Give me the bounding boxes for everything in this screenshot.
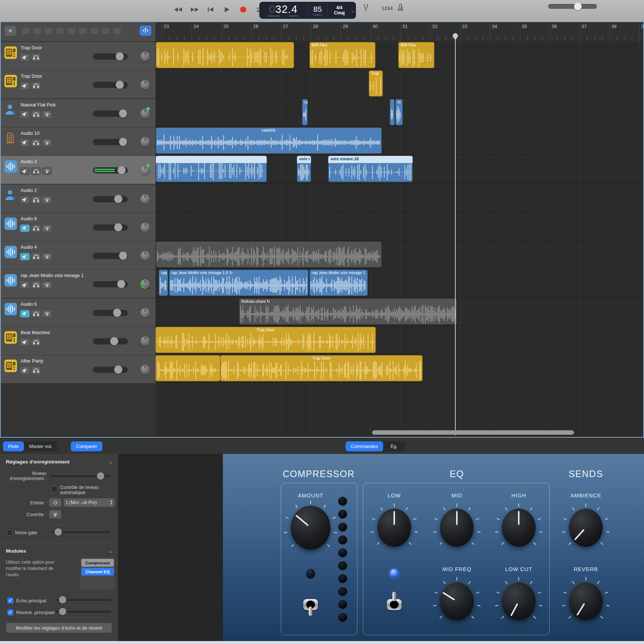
track-header[interactable]: Audio 3 (1, 156, 155, 184)
solo-button[interactable] (31, 310, 41, 318)
volume-handle[interactable] (118, 166, 126, 174)
module-compressor[interactable]: Compressor (81, 559, 114, 567)
track-volume-slider[interactable] (93, 253, 128, 259)
audio-region[interactable] (156, 241, 382, 267)
eq-power-toggle[interactable] (384, 592, 405, 616)
chevron-down-icon[interactable]: ⌄ (109, 548, 113, 554)
solo-button[interactable] (31, 196, 41, 204)
mid-freq-knob[interactable] (440, 582, 474, 620)
volume-handle[interactable] (119, 252, 127, 260)
mute-button[interactable] (20, 224, 30, 232)
track-header[interactable]: Audio 5 (1, 298, 155, 327)
audio-region[interactable] (155, 355, 220, 381)
compressor-power-toggle[interactable] (300, 592, 321, 616)
track-header[interactable]: Audio 6 (1, 213, 155, 241)
tab-comparer[interactable]: Comparer (71, 441, 102, 451)
tab-master-vol[interactable]: Master vol. (24, 441, 58, 451)
track-volume-slider[interactable] (93, 281, 128, 287)
noise-gate-slider[interactable] (51, 528, 111, 536)
track-header[interactable]: Beat Machine (1, 327, 155, 355)
solo-button[interactable] (31, 82, 41, 90)
track-header[interactable]: Audio 4 (1, 241, 155, 270)
go-to-beginning-button[interactable] (206, 5, 216, 14)
volume-handle[interactable] (119, 138, 127, 146)
solo-button[interactable] (31, 281, 41, 289)
mute-button[interactable] (20, 367, 30, 374)
mute-button[interactable] (20, 111, 30, 118)
solo-button[interactable] (31, 139, 41, 147)
solo-button[interactable] (31, 111, 41, 118)
track-lane[interactable] (155, 212, 643, 241)
master-reverb-checkbox[interactable]: ✓ (7, 609, 13, 615)
track-header[interactable]: Audio 2 (1, 185, 155, 213)
mute-button[interactable] (20, 139, 30, 147)
audio-region[interactable]: Trap (369, 70, 383, 97)
mute-button[interactable] (20, 281, 30, 289)
play-button[interactable] (222, 5, 232, 14)
track-volume-slider[interactable] (93, 196, 128, 202)
audio-region[interactable] (156, 156, 267, 182)
track-header[interactable]: Trap Door (1, 42, 155, 70)
modules-header[interactable]: Modules (6, 548, 26, 554)
input-button[interactable] (42, 281, 52, 289)
audio-region[interactable]: rap (159, 270, 168, 296)
track-lane[interactable]: rain (155, 98, 643, 127)
solo-button[interactable] (31, 167, 41, 175)
track-volume-slider[interactable] (93, 224, 128, 231)
input-button[interactable] (42, 224, 52, 232)
solo-button[interactable] (31, 338, 41, 346)
mute-button[interactable] (20, 196, 30, 204)
pan-knob[interactable] (140, 194, 150, 204)
playhead-line[interactable] (455, 33, 456, 435)
audio-region[interactable]: 808 Flex (309, 42, 375, 68)
mid-knob[interactable] (440, 508, 474, 547)
volume-handle[interactable] (114, 223, 122, 231)
track-lane[interactable]: raprap Jean Moilin voix mixage 1.6 ↻rap … (155, 269, 643, 297)
track-lane[interactable]: Refrain-chant ↻ (155, 298, 643, 326)
pan-knob[interactable] (140, 137, 150, 147)
reverb-knob[interactable] (569, 582, 603, 620)
auto-level-checkbox[interactable] (52, 486, 57, 492)
track-lane[interactable] (155, 241, 643, 269)
fast-forward-button[interactable] (189, 5, 200, 14)
high-knob[interactable] (502, 508, 536, 547)
input-button[interactable] (42, 167, 52, 175)
pan-knob[interactable] (140, 165, 150, 175)
recording-settings-header[interactable]: Réglages d'enregistrement (6, 459, 70, 465)
input-format-button[interactable]: O (49, 498, 62, 507)
pan-knob[interactable] (140, 251, 150, 260)
mute-button[interactable] (20, 253, 30, 260)
volume-handle[interactable] (117, 280, 125, 288)
tab-commandes[interactable]: Commandes (346, 441, 383, 451)
track-volume-slider[interactable] (93, 367, 128, 373)
track-volume-slider[interactable] (93, 53, 128, 60)
track-volume-slider[interactable] (93, 139, 128, 145)
input-source-dropdown[interactable]: 1 (Micr...ok Pro)▲▼ (63, 498, 115, 507)
audio-region[interactable]: Refrain-chant ↻ (239, 298, 457, 325)
tab-eg[interactable]: Ég. (383, 441, 405, 451)
master-volume-slider[interactable] (548, 4, 597, 9)
noise-gate-checkbox[interactable] (7, 530, 13, 536)
solo-button[interactable] (31, 224, 41, 232)
input-button[interactable] (42, 111, 52, 118)
add-track-button[interactable]: + (4, 26, 16, 36)
mute-button[interactable] (20, 310, 30, 318)
track-volume-slider[interactable] (93, 82, 128, 88)
track-lane[interactable]: Trap (155, 70, 643, 98)
count-in-icon[interactable]: 1234 (382, 6, 393, 11)
ambience-knob[interactable] (569, 508, 603, 547)
low-knob[interactable] (377, 508, 411, 547)
audio-region[interactable]: rap Jean Moilin voix mixage 1.6 ↻ (169, 270, 308, 296)
audio-region[interactable]: 808 Flex (398, 42, 434, 68)
audio-region[interactable]: ra (302, 99, 308, 125)
record-level-slider[interactable] (51, 472, 111, 480)
audio-region[interactable]: HARPE (156, 127, 382, 154)
playhead-marker[interactable] (452, 32, 458, 42)
volume-handle[interactable] (116, 81, 124, 89)
track-lane[interactable]: 808 Flex808 Flex (155, 41, 643, 70)
timeline-ruler[interactable]: 2324252627282930313233343536373839 (155, 22, 643, 42)
input-button[interactable] (42, 310, 52, 318)
audio-region[interactable]: voix roxane.18 (328, 156, 413, 182)
audio-region[interactable]: in (395, 99, 403, 125)
tuning-fork-icon[interactable] (363, 4, 369, 13)
